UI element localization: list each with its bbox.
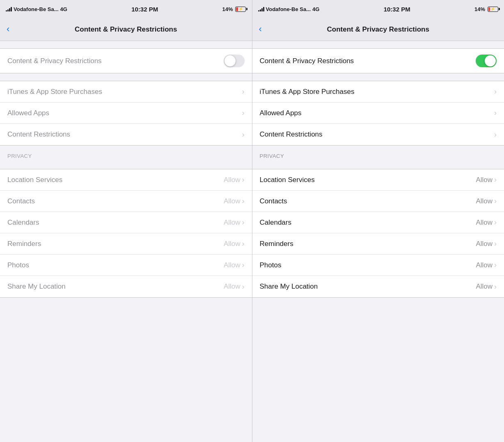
privacy-item-value: Allow bbox=[224, 240, 241, 248]
content-privacy-toggle[interactable] bbox=[224, 55, 245, 67]
chevron-icon: › bbox=[242, 109, 245, 117]
chevron-icon: › bbox=[242, 197, 245, 205]
list-item-label: iTunes & App Store Purchases bbox=[7, 88, 102, 96]
toggle-row: Content & Privacy Restrictions bbox=[252, 48, 504, 73]
status-bar: Vodafone-Be Sa... 4G 10:32 PM 14% ⚡ bbox=[252, 0, 504, 18]
main-list-item-0[interactable]: iTunes & App Store Purchases › bbox=[0, 81, 252, 103]
battery-icon: ⚡ bbox=[488, 7, 498, 12]
privacy-item-value: Allow bbox=[224, 219, 241, 227]
privacy-list-item-3[interactable]: Reminders Allow › bbox=[0, 233, 252, 255]
privacy-item-right: Allow › bbox=[224, 175, 245, 184]
chevron-icon: › bbox=[242, 175, 245, 184]
privacy-item-label: Location Services bbox=[7, 176, 62, 184]
privacy-item-right: Allow › bbox=[476, 218, 497, 227]
network-text: 4G bbox=[60, 6, 67, 12]
list-item-right: › bbox=[242, 109, 245, 117]
privacy-list-item-5[interactable]: Share My Location Allow › bbox=[252, 276, 504, 297]
list-item-label: Content Restrictions bbox=[7, 130, 70, 139]
privacy-item-value: Allow bbox=[224, 197, 241, 205]
status-left: Vodafone-Be Sa... 4G bbox=[6, 6, 67, 12]
list-item-label: iTunes & App Store Purchases bbox=[260, 88, 355, 96]
status-right: 14% ⚡ bbox=[222, 6, 246, 12]
chevron-icon: › bbox=[494, 175, 497, 184]
privacy-item-value: Allow bbox=[476, 261, 493, 269]
main-list-item-1[interactable]: Allowed Apps › bbox=[252, 103, 504, 124]
privacy-item-value: Allow bbox=[476, 240, 493, 248]
privacy-item-right: Allow › bbox=[224, 261, 245, 269]
privacy-item-value: Allow bbox=[476, 197, 493, 205]
privacy-item-right: Allow › bbox=[224, 218, 245, 227]
carrier-text: Vodafone-Be Sa... bbox=[14, 6, 59, 12]
back-button[interactable]: ‹ bbox=[259, 25, 262, 34]
privacy-item-label: Calendars bbox=[260, 219, 292, 227]
privacy-list-section: Location Services Allow › Contacts Allow… bbox=[0, 169, 252, 298]
main-list-item-2[interactable]: Content Restrictions › bbox=[252, 124, 504, 145]
toggle-label: Content & Privacy Restrictions bbox=[260, 57, 354, 65]
nav-bar: ‹ Content & Privacy Restrictions bbox=[0, 18, 252, 41]
main-list-section: iTunes & App Store Purchases › Allowed A… bbox=[0, 81, 252, 146]
privacy-item-label: Photos bbox=[7, 261, 29, 269]
privacy-item-value: Allow bbox=[476, 176, 493, 184]
signal-bars-icon bbox=[6, 7, 12, 11]
privacy-item-label: Photos bbox=[260, 261, 282, 269]
list-item-right: › bbox=[494, 109, 497, 117]
chevron-icon: › bbox=[494, 218, 497, 227]
privacy-item-label: Share My Location bbox=[7, 283, 66, 291]
main-list-item-1[interactable]: Allowed Apps › bbox=[0, 103, 252, 124]
content-area: Content & Privacy Restrictions iTunes & … bbox=[0, 41, 252, 442]
privacy-item-right: Allow › bbox=[476, 239, 497, 248]
privacy-section-header: PRIVACY bbox=[252, 146, 504, 162]
privacy-item-label: Reminders bbox=[7, 240, 41, 248]
list-item-right: › bbox=[494, 130, 497, 139]
privacy-item-value: Allow bbox=[476, 219, 493, 227]
privacy-list-item-2[interactable]: Calendars Allow › bbox=[0, 212, 252, 233]
main-list-item-2[interactable]: Content Restrictions › bbox=[0, 124, 252, 145]
privacy-list-item-3[interactable]: Reminders Allow › bbox=[252, 233, 504, 255]
privacy-item-value: Allow bbox=[224, 261, 241, 269]
privacy-list-item-0[interactable]: Location Services Allow › bbox=[0, 169, 252, 191]
privacy-item-right: Allow › bbox=[476, 175, 497, 184]
main-list-item-0[interactable]: iTunes & App Store Purchases › bbox=[252, 81, 504, 103]
privacy-list-item-4[interactable]: Photos Allow › bbox=[0, 255, 252, 276]
chevron-icon: › bbox=[494, 87, 497, 96]
list-item-label: Content Restrictions bbox=[260, 130, 323, 139]
privacy-list-item-5[interactable]: Share My Location Allow › bbox=[0, 276, 252, 297]
battery-icon: ⚡ bbox=[235, 7, 246, 12]
chevron-icon: › bbox=[494, 109, 497, 117]
privacy-list-item-4[interactable]: Photos Allow › bbox=[252, 255, 504, 276]
list-item-right: › bbox=[242, 130, 245, 139]
chevron-icon: › bbox=[242, 130, 245, 139]
phone-panel-left: Vodafone-Be Sa... 4G 10:32 PM 14% ⚡ ‹ Co… bbox=[0, 0, 252, 442]
privacy-item-value: Allow bbox=[224, 176, 241, 184]
battery-percent: 14% bbox=[474, 6, 485, 12]
privacy-item-label: Reminders bbox=[260, 240, 293, 248]
content-area: Content & Privacy Restrictions iTunes & … bbox=[252, 41, 504, 442]
network-text: 4G bbox=[312, 6, 319, 12]
chevron-icon: › bbox=[242, 218, 245, 227]
chevron-icon: › bbox=[242, 87, 245, 96]
list-item-label: Allowed Apps bbox=[7, 109, 49, 117]
privacy-item-label: Contacts bbox=[7, 197, 35, 205]
privacy-section-header: PRIVACY bbox=[0, 146, 252, 162]
list-item-right: › bbox=[242, 87, 245, 96]
privacy-item-label: Contacts bbox=[260, 197, 287, 205]
phone-panel-right: Vodafone-Be Sa... 4G 10:32 PM 14% ⚡ ‹ Co… bbox=[252, 0, 504, 442]
privacy-list-item-1[interactable]: Contacts Allow › bbox=[252, 191, 504, 212]
content-privacy-toggle[interactable] bbox=[476, 55, 497, 67]
chevron-icon: › bbox=[494, 239, 497, 248]
status-bar: Vodafone-Be Sa... 4G 10:32 PM 14% ⚡ bbox=[0, 0, 252, 18]
privacy-list-item-0[interactable]: Location Services Allow › bbox=[252, 169, 504, 191]
toggle-knob bbox=[225, 55, 236, 66]
back-button[interactable]: ‹ bbox=[7, 25, 9, 34]
privacy-item-right: Allow › bbox=[476, 283, 497, 291]
privacy-list-section: Location Services Allow › Contacts Allow… bbox=[252, 169, 504, 298]
toggle-knob bbox=[485, 55, 496, 66]
chevron-icon: › bbox=[494, 261, 497, 269]
chevron-icon: › bbox=[242, 283, 245, 291]
privacy-list-item-1[interactable]: Contacts Allow › bbox=[0, 191, 252, 212]
privacy-item-right: Allow › bbox=[476, 261, 497, 269]
carrier-text: Vodafone-Be Sa... bbox=[266, 6, 311, 12]
privacy-item-right: Allow › bbox=[224, 283, 245, 291]
back-chevron-icon: ‹ bbox=[7, 25, 9, 34]
privacy-list-item-2[interactable]: Calendars Allow › bbox=[252, 212, 504, 233]
